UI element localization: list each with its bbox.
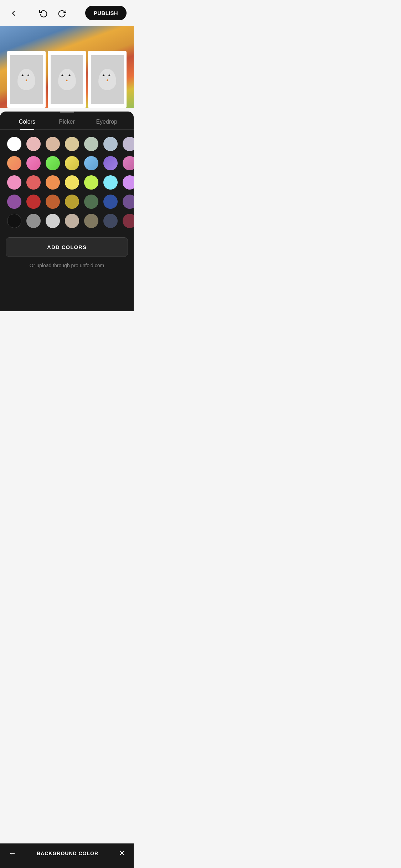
color-swatch-2-4[interactable]	[84, 175, 98, 190]
color-swatch-2-2[interactable]	[46, 175, 60, 190]
color-swatch-3-1[interactable]	[26, 195, 41, 209]
color-swatch-3-6[interactable]	[123, 195, 134, 209]
collage-card-1	[7, 51, 46, 108]
color-grid	[0, 130, 134, 232]
collage-inner-1	[10, 55, 43, 104]
add-colors-button[interactable]: ADD COLORS	[6, 237, 128, 257]
color-swatch-0-6[interactable]	[123, 137, 134, 151]
publish-button[interactable]: PUBLISH	[85, 6, 127, 20]
color-swatch-2-1[interactable]	[26, 175, 41, 190]
bottom-panel: Colors Picker Eyedrop ADD COLORS Or uplo…	[0, 112, 134, 311]
color-swatch-3-2[interactable]	[46, 195, 60, 209]
color-swatch-4-2[interactable]	[46, 214, 60, 228]
tabs-container: Colors Picker Eyedrop	[0, 113, 134, 130]
color-swatch-1-2[interactable]	[46, 156, 60, 170]
color-swatch-1-0[interactable]	[7, 156, 21, 170]
collage-strip	[0, 51, 134, 108]
color-swatch-0-5[interactable]	[103, 137, 118, 151]
color-swatch-0-4[interactable]	[84, 137, 98, 151]
color-swatch-3-4[interactable]	[84, 195, 98, 209]
color-swatch-2-6[interactable]	[123, 175, 134, 190]
tab-colors[interactable]: Colors	[7, 119, 47, 129]
color-swatch-4-5[interactable]	[103, 214, 118, 228]
tab-eyedrop[interactable]: Eyedrop	[87, 119, 127, 129]
color-swatch-4-1[interactable]	[26, 214, 41, 228]
color-swatch-1-6[interactable]	[123, 156, 134, 170]
color-swatch-4-0[interactable]	[7, 214, 21, 228]
color-swatch-4-6[interactable]	[123, 214, 134, 228]
color-swatch-3-5[interactable]	[103, 195, 118, 209]
color-swatch-4-3[interactable]	[65, 214, 79, 228]
color-swatch-1-5[interactable]	[103, 156, 118, 170]
color-swatch-1-4[interactable]	[84, 156, 98, 170]
chick-figure-2	[58, 69, 76, 90]
color-swatch-2-0[interactable]	[7, 175, 21, 190]
color-swatch-0-1[interactable]	[26, 137, 41, 151]
color-swatch-2-3[interactable]	[65, 175, 79, 190]
collage-card-3	[88, 51, 127, 108]
top-bar-center	[37, 7, 68, 20]
color-swatch-2-5[interactable]	[103, 175, 118, 190]
top-bar: PUBLISH	[0, 0, 134, 26]
color-swatch-0-0[interactable]	[7, 137, 21, 151]
image-area	[0, 26, 134, 108]
chick-figure-3	[98, 69, 116, 90]
chick-figure-1	[17, 69, 35, 90]
color-swatch-3-0[interactable]	[7, 195, 21, 209]
undo-button[interactable]	[37, 7, 50, 20]
color-swatch-0-2[interactable]	[46, 137, 60, 151]
back-button[interactable]	[7, 7, 20, 20]
collage-inner-3	[91, 55, 124, 104]
color-swatch-1-1[interactable]	[26, 156, 41, 170]
collage-inner-2	[51, 55, 83, 104]
upload-text: Or upload through pro.unfold.com	[0, 263, 134, 268]
color-swatch-3-3[interactable]	[65, 195, 79, 209]
color-swatch-4-4[interactable]	[84, 214, 98, 228]
collage-card-2	[48, 51, 86, 108]
color-swatch-1-3[interactable]	[65, 156, 79, 170]
redo-button[interactable]	[56, 7, 68, 20]
tab-picker[interactable]: Picker	[47, 119, 87, 129]
top-bar-left	[7, 7, 20, 20]
color-swatch-0-3[interactable]	[65, 137, 79, 151]
